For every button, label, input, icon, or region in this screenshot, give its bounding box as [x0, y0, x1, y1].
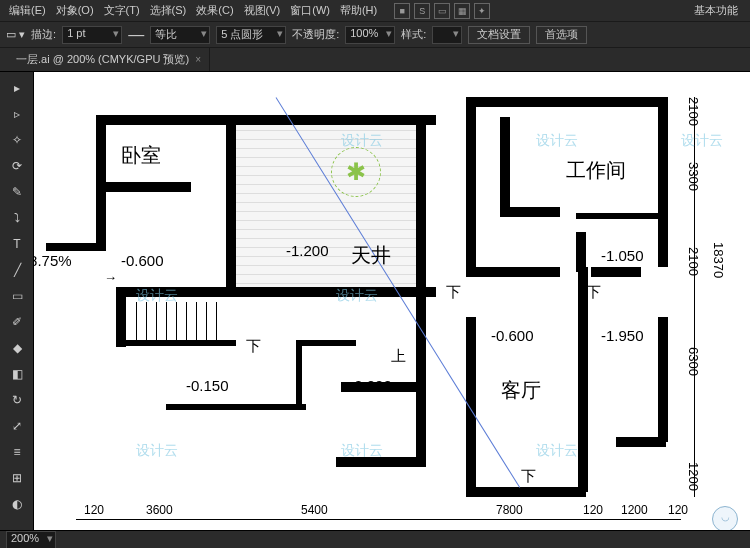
arrow-down-2: 下 — [446, 283, 461, 302]
dim-v2100a: 2100 — [686, 97, 701, 126]
doc-setup-button[interactable]: 文档设置 — [468, 26, 530, 44]
rotate-tool[interactable]: ↻ — [2, 388, 32, 412]
brush-select[interactable]: 5 点圆形 — [216, 26, 286, 44]
frame-corner — [735, 533, 750, 548]
dim-7800: 7800 — [496, 503, 523, 517]
header-icon-2[interactable]: S — [414, 3, 430, 19]
width-tool[interactable]: ≡ — [2, 440, 32, 464]
menu-text[interactable]: 文字(T) — [99, 3, 145, 18]
label-studio: 工作间 — [566, 157, 626, 184]
label-bedroom: 卧室 — [121, 142, 161, 169]
dim-v3300: 3300 — [686, 162, 701, 191]
watermark: 设计云 — [681, 132, 723, 150]
header-icon-3[interactable]: ▭ — [434, 3, 450, 19]
pen-tool[interactable]: ✎ — [2, 180, 32, 204]
header-icon-5[interactable]: ✦ — [474, 3, 490, 19]
type-tool[interactable]: T — [2, 232, 32, 256]
dim-3600: 3600 — [146, 503, 173, 517]
level-0000: ±0.000 — [346, 377, 392, 394]
dim-120a: 120 — [84, 503, 104, 517]
shape-builder-tool[interactable]: ◐ — [2, 492, 32, 516]
watermark: 设计云 — [136, 442, 178, 460]
level-0600a: -0.600 — [121, 252, 164, 269]
preferences-button[interactable]: 首选项 — [536, 26, 587, 44]
curvature-tool[interactable]: ⤵ — [2, 206, 32, 230]
stroke-label: 描边: — [31, 27, 56, 42]
arrow-down-4: 下 — [521, 467, 536, 486]
arrow-down-1: 下 — [246, 337, 261, 356]
line-tool[interactable]: ╱ — [2, 258, 32, 282]
frame-corner — [735, 0, 750, 15]
dim-v1200: 1200 — [686, 462, 701, 491]
shaper-tool[interactable]: ◆ — [2, 336, 32, 360]
artboard: 卧室 天井 工作间 客厅 =18.75% -0.600 -1.200 -1.05… — [34, 72, 750, 530]
profile-select[interactable]: 等比 — [150, 26, 210, 44]
watermark: 设计云 — [536, 442, 578, 460]
menu-object[interactable]: 对象(O) — [51, 3, 99, 18]
menu-window[interactable]: 窗口(W) — [285, 3, 335, 18]
header-icon-1[interactable]: ■ — [394, 3, 410, 19]
style-select[interactable] — [432, 26, 462, 44]
arrow-down-3: 下 — [586, 283, 601, 302]
document-tab[interactable]: 一层.ai @ 200% (CMYK/GPU 预览) × — [8, 48, 210, 71]
level-1200: -1.200 — [286, 242, 329, 259]
frame-corner — [0, 533, 15, 548]
assistant-icon[interactable] — [712, 506, 738, 530]
menu-select[interactable]: 选择(S) — [145, 3, 192, 18]
level-slope: =18.75% — [34, 252, 72, 269]
rectangle-tool[interactable]: ▭ — [2, 284, 32, 308]
header-icon-4[interactable]: ▦ — [454, 3, 470, 19]
tab-title: 一层.ai @ 200% (CMYK/GPU 预览) — [16, 52, 189, 67]
dim-v6300: 6300 — [686, 347, 701, 376]
paintbrush-tool[interactable]: ✐ — [2, 310, 32, 334]
arrow-up: 上 — [391, 347, 406, 366]
menu-view[interactable]: 视图(V) — [239, 3, 286, 18]
close-tab-icon[interactable]: × — [195, 54, 201, 65]
opacity-input[interactable]: 100% — [345, 26, 395, 44]
opacity-label: 不透明度: — [292, 27, 339, 42]
lasso-tool[interactable]: ⟳ — [2, 154, 32, 178]
watermark: 设计云 — [536, 132, 578, 150]
selection-tool[interactable]: ▸ — [2, 76, 32, 100]
stroke-width-icon[interactable]: — — [128, 26, 144, 44]
dim-1200: 1200 — [621, 503, 648, 517]
dim-5400: 5400 — [301, 503, 328, 517]
dim-120c: 120 — [668, 503, 688, 517]
level-0150: -0.150 — [186, 377, 229, 394]
free-transform-tool[interactable]: ⊞ — [2, 466, 32, 490]
label-skylight: 天井 — [351, 242, 391, 269]
menu-help[interactable]: 帮助(H) — [335, 3, 382, 18]
menu-effect[interactable]: 效果(C) — [191, 3, 238, 18]
frame-corner — [0, 0, 15, 15]
level-1050: -1.050 — [601, 247, 644, 264]
dim-v18370: 18370 — [711, 242, 726, 278]
plant-symbol — [331, 147, 381, 197]
canvas-area[interactable]: 卧室 天井 工作间 客厅 =18.75% -0.600 -1.200 -1.05… — [34, 72, 750, 530]
stroke-weight-input[interactable]: 1 pt — [62, 26, 122, 44]
label-living: 客厅 — [501, 377, 541, 404]
no-selection-icon: ▭ ▾ — [6, 28, 25, 41]
direct-select-tool[interactable]: ▹ — [2, 102, 32, 126]
eraser-tool[interactable]: ◧ — [2, 362, 32, 386]
scale-tool[interactable]: ⤢ — [2, 414, 32, 438]
style-label: 样式: — [401, 27, 426, 42]
dim-120b: 120 — [583, 503, 603, 517]
dim-v2100b: 2100 — [686, 247, 701, 276]
level-1950: -1.950 — [601, 327, 644, 344]
magic-wand-tool[interactable]: ✧ — [2, 128, 32, 152]
level-0600b: -0.600 — [491, 327, 534, 344]
